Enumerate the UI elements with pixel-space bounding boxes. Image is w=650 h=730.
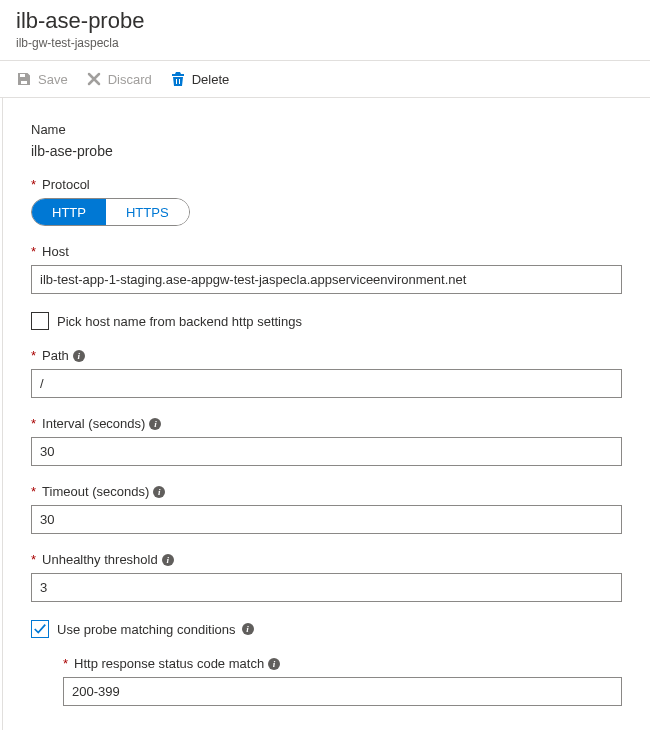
interval-field: * Interval (seconds) i [31, 416, 622, 466]
protocol-field: * Protocol HTTP HTTPS [31, 177, 622, 226]
pick-host-checkbox[interactable] [31, 312, 49, 330]
form-content: Name ilb-ase-probe * Protocol HTTP HTTPS… [2, 98, 650, 730]
status-code-match-label: * Http response status code match i [63, 656, 622, 671]
page-subtitle: ilb-gw-test-jaspecla [16, 36, 634, 50]
delete-icon [170, 71, 186, 87]
path-field: * Path i [31, 348, 622, 398]
required-star: * [31, 416, 36, 431]
discard-icon [86, 71, 102, 87]
protocol-label: * Protocol [31, 177, 622, 192]
save-label: Save [38, 72, 68, 87]
unhealthy-threshold-label: * Unhealthy threshold i [31, 552, 622, 567]
use-matching-label: Use probe matching conditions i [57, 622, 254, 637]
info-icon[interactable]: i [268, 658, 280, 670]
required-star: * [31, 348, 36, 363]
name-label: Name [31, 122, 622, 137]
name-field: Name ilb-ase-probe [31, 122, 622, 159]
delete-button[interactable]: Delete [170, 71, 230, 87]
delete-label: Delete [192, 72, 230, 87]
unhealthy-threshold-field: * Unhealthy threshold i [31, 552, 622, 602]
blade-header: ilb-ase-probe ilb-gw-test-jaspecla [0, 0, 650, 60]
timeout-label: * Timeout (seconds) i [31, 484, 622, 499]
save-icon [16, 71, 32, 87]
name-value: ilb-ase-probe [31, 143, 622, 159]
required-star: * [63, 656, 68, 671]
info-icon[interactable]: i [73, 350, 85, 362]
info-icon[interactable]: i [153, 486, 165, 498]
required-star: * [31, 484, 36, 499]
discard-label: Discard [108, 72, 152, 87]
save-button[interactable]: Save [16, 71, 68, 87]
use-matching-checkbox-row: Use probe matching conditions i [31, 620, 622, 638]
timeout-input[interactable] [31, 505, 622, 534]
status-code-match-input[interactable] [63, 677, 622, 706]
path-input[interactable] [31, 369, 622, 398]
protocol-http-option[interactable]: HTTP [32, 199, 106, 225]
protocol-https-option[interactable]: HTTPS [106, 199, 189, 225]
discard-button[interactable]: Discard [86, 71, 152, 87]
command-bar: Save Discard Delete [0, 60, 650, 98]
pick-host-checkbox-row: Pick host name from backend http setting… [31, 312, 622, 330]
required-star: * [31, 244, 36, 259]
pick-host-label: Pick host name from backend http setting… [57, 314, 302, 329]
info-icon[interactable]: i [149, 418, 161, 430]
unhealthy-threshold-input[interactable] [31, 573, 622, 602]
page-title: ilb-ase-probe [16, 8, 634, 34]
status-code-match-field: * Http response status code match i [63, 656, 622, 706]
check-icon [33, 622, 47, 636]
host-label: * Host [31, 244, 622, 259]
info-icon[interactable]: i [242, 623, 254, 635]
interval-label: * Interval (seconds) i [31, 416, 622, 431]
interval-input[interactable] [31, 437, 622, 466]
protocol-toggle: HTTP HTTPS [31, 198, 190, 226]
required-star: * [31, 552, 36, 567]
host-field: * Host [31, 244, 622, 294]
info-icon[interactable]: i [162, 554, 174, 566]
path-label: * Path i [31, 348, 622, 363]
timeout-field: * Timeout (seconds) i [31, 484, 622, 534]
required-star: * [31, 177, 36, 192]
use-matching-checkbox[interactable] [31, 620, 49, 638]
host-input[interactable] [31, 265, 622, 294]
